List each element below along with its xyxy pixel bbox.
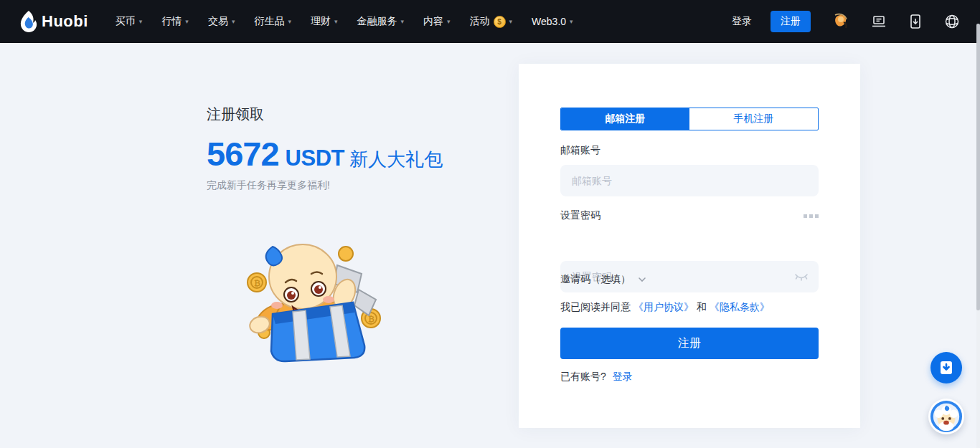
nav-register-button[interactable]: 注册 xyxy=(771,11,811,32)
chevron-down-icon: ▾ xyxy=(334,18,338,25)
rewards-mascot-icon[interactable] xyxy=(831,12,850,31)
chevron-down-icon: ▾ xyxy=(185,18,189,25)
gold-coin-icon: $ xyxy=(494,16,506,28)
tab-phone-register[interactable]: 手机注册 xyxy=(689,108,818,130)
user-agreement-link[interactable]: 《用户协议》 xyxy=(633,301,694,313)
nav-item-financial-services[interactable]: 金融服务▾ xyxy=(357,15,404,28)
brand-name: Huobi xyxy=(42,12,88,31)
nav-item-trade[interactable]: 交易▾ xyxy=(208,15,235,28)
chevron-down-icon: ▾ xyxy=(288,18,291,25)
customer-service-avatar[interactable] xyxy=(928,399,964,434)
have-account-text: 已有账号? xyxy=(560,371,606,382)
laptop-support-icon[interactable] xyxy=(871,14,887,29)
promo-subtitle: 完成新手任务再享更多福利! xyxy=(207,179,443,192)
password-strength-dots xyxy=(801,214,819,218)
password-label: 设置密码 xyxy=(560,209,600,222)
nav-item-content[interactable]: 内容▾ xyxy=(423,15,451,28)
have-account-row: 已有账号? 登录 xyxy=(560,371,633,383)
promo-currency: USDT xyxy=(286,146,344,171)
promo-headline: 5672 USDT 新人大礼包 xyxy=(207,134,443,173)
huobi-logo[interactable]: Huobi xyxy=(19,11,88,32)
chevron-down-icon: ▾ xyxy=(570,18,573,25)
navbar-right: 登录 注册 xyxy=(732,11,960,32)
scrollbar-thumb[interactable] xyxy=(976,24,980,310)
nav-login-link[interactable]: 登录 xyxy=(732,15,752,28)
promo-title: 注册领取 xyxy=(207,105,443,124)
nav-item-buy-crypto[interactable]: 买币▾ xyxy=(116,15,143,28)
register-tabs: 邮箱注册 手机注册 xyxy=(560,108,819,130)
nav-item-markets[interactable]: 行情▾ xyxy=(161,15,189,28)
invite-code-label: 邀请码（选填） xyxy=(560,273,631,286)
promo-block: 注册领取 5672 USDT 新人大礼包 完成新手任务再享更多福利! xyxy=(207,105,443,192)
login-link[interactable]: 登录 xyxy=(613,371,633,382)
main-menu: 买币▾ 行情▾ 交易▾ 衍生品▾ 理财▾ 金融服务▾ 内容▾ 活动$▾ Web3… xyxy=(116,15,593,28)
huobi-flame-icon xyxy=(19,11,37,32)
chevron-down-icon xyxy=(638,277,646,282)
app-download-icon[interactable] xyxy=(908,14,923,29)
nav-item-earn[interactable]: 理财▾ xyxy=(311,15,338,28)
register-submit-button[interactable]: 注册 xyxy=(560,328,819,359)
page: Huobi 买币▾ 行情▾ 交易▾ 衍生品▾ 理财▾ 金融服务▾ 内容▾ 活动$… xyxy=(0,0,980,448)
svg-text:₿: ₿ xyxy=(254,279,260,287)
app-download-float-button[interactable] xyxy=(930,352,962,383)
language-globe-icon[interactable] xyxy=(944,14,960,29)
mascot-illustration: ₿ ₿ xyxy=(231,228,382,371)
invite-code-toggle[interactable]: 邀请码（选填） xyxy=(560,273,646,286)
email-label: 邮箱账号 xyxy=(560,144,600,157)
chevron-down-icon: ▾ xyxy=(139,18,143,25)
register-card: 邮箱注册 手机注册 邮箱账号 设置密码 xyxy=(519,64,860,428)
download-icon xyxy=(937,358,956,377)
nav-item-derivatives[interactable]: 衍生品▾ xyxy=(254,15,291,28)
support-mascot-icon xyxy=(930,400,963,433)
promo-amount: 5672 xyxy=(207,134,279,173)
tab-email-register[interactable]: 邮箱注册 xyxy=(561,108,689,130)
nav-item-activities[interactable]: 活动$▾ xyxy=(470,15,513,28)
chevron-down-icon: ▾ xyxy=(509,18,513,25)
privacy-terms-link[interactable]: 《隐私条款》 xyxy=(710,301,770,313)
chevron-down-icon: ▾ xyxy=(400,18,404,25)
promo-tagline: 新人大礼包 xyxy=(349,147,443,172)
agreement-text: 我已阅读并同意 《用户协议》 和 《隐私条款》 xyxy=(560,301,770,314)
chevron-down-icon: ▾ xyxy=(447,18,451,25)
top-navbar: Huobi 买币▾ 行情▾ 交易▾ 衍生品▾ 理财▾ 金融服务▾ 内容▾ 活动$… xyxy=(0,0,980,43)
eye-closed-icon[interactable] xyxy=(794,272,809,285)
chevron-down-icon: ▾ xyxy=(232,18,235,25)
nav-item-web3[interactable]: Web3.0▾ xyxy=(532,16,573,27)
email-field-wrap xyxy=(560,165,819,196)
email-input[interactable] xyxy=(560,165,819,196)
